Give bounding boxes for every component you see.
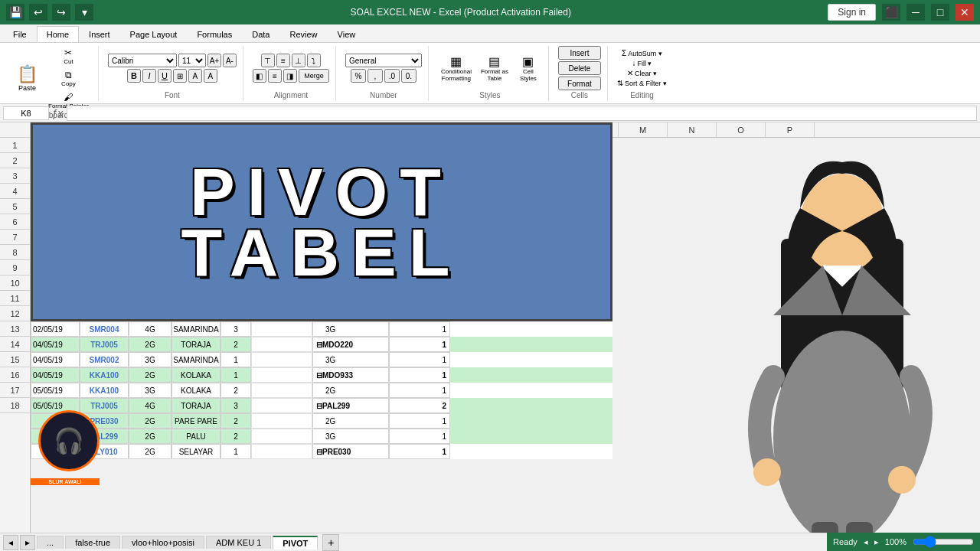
cell-r13-spacer[interactable] [251, 337, 312, 352]
cell-r16-alaram[interactable]: 3G [129, 383, 172, 398]
cell-r17-rtpo[interactable]: TORAJA [172, 398, 220, 413]
cell-r20-class[interactable]: 1 [220, 444, 251, 459]
tab-data[interactable]: Data [242, 26, 279, 42]
pivot-r18-count[interactable]: 1 [389, 413, 450, 429]
cell-r14-alaram[interactable]: 3G [129, 352, 172, 367]
cell-r18-rtpo[interactable]: PARE PARE [172, 413, 220, 429]
scroll-tabs-right-btn[interactable]: ▸ [20, 535, 35, 550]
cell-r12-alaram[interactable]: 4G [129, 321, 172, 337]
minimize-btn[interactable]: ─ [906, 4, 925, 21]
wrap-text-btn[interactable]: ⤵ [307, 54, 321, 67]
increase-font-btn[interactable]: A+ [207, 54, 221, 67]
cell-r18-class[interactable]: 2 [220, 413, 251, 429]
cell-r16-rtpo[interactable]: KOLAKA [172, 383, 220, 398]
pivot-r13-count[interactable]: 1 [389, 337, 450, 352]
copy-btn[interactable]: ⧉Copy [45, 68, 92, 89]
border-btn[interactable]: ⊞ [173, 69, 187, 83]
cell-styles-btn[interactable]: ▣ CellStyles [514, 53, 542, 84]
pivot-r13-label[interactable]: ⊟MDO220 [312, 337, 389, 352]
pivot-r17-label[interactable]: ⊟PAL299 [312, 398, 389, 413]
tab-review[interactable]: Review [279, 26, 327, 42]
cell-r14-tanggal[interactable]: 04/05/19 [31, 352, 80, 367]
cell-r16-site[interactable]: KKA100 [80, 383, 129, 398]
cell-r18-spacer[interactable] [251, 413, 312, 429]
cell-r17-class[interactable]: 3 [220, 398, 251, 413]
percent-btn[interactable]: % [351, 69, 366, 83]
cell-r20-alaram[interactable]: 2G [129, 444, 172, 459]
pivot-r12-label[interactable]: 3G [312, 321, 389, 337]
cell-r19-alaram[interactable]: 2G [129, 429, 172, 444]
pivot-r17-count[interactable]: 2 [389, 398, 450, 413]
add-sheet-btn[interactable]: + [322, 534, 339, 551]
font-size-select[interactable]: 11 [178, 54, 206, 67]
decrease-font-btn[interactable]: A- [223, 54, 237, 67]
cell-r15-spacer[interactable] [251, 367, 312, 383]
cell-r16-spacer[interactable] [251, 383, 312, 398]
tab-false-true[interactable]: false-true [65, 536, 120, 549]
cell-r14-class[interactable]: 1 [220, 352, 251, 367]
cell-r20-rtpo[interactable]: SELAYAR [172, 444, 220, 459]
align-left-btn[interactable]: ◧ [253, 69, 266, 83]
cell-r18-alaram[interactable]: 2G [129, 413, 172, 429]
cell-r15-rtpo[interactable]: KOLAKA [172, 367, 220, 383]
format-cells-btn[interactable]: Format [558, 77, 601, 90]
tab-pagelayout[interactable]: Page Layout [120, 26, 188, 42]
cell-r19-class[interactable]: 2 [220, 429, 251, 444]
zoom-slider[interactable] [913, 536, 974, 548]
bold-btn[interactable]: B [127, 69, 141, 83]
cell-reference-input[interactable] [3, 106, 49, 120]
cell-r15-class[interactable]: 1 [220, 367, 251, 383]
pivot-r19-label[interactable]: 3G [312, 429, 389, 444]
decrease-decimal-btn[interactable]: 0. [401, 69, 416, 83]
scroll-tabs-left-btn[interactable]: ◂ [3, 535, 18, 550]
align-bottom-btn[interactable]: ⊥ [292, 54, 305, 67]
close-btn[interactable]: ✕ [956, 4, 974, 21]
cell-r12-class[interactable]: 3 [220, 321, 251, 337]
delete-cells-btn[interactable]: Delete [558, 61, 601, 75]
pivot-r20-label[interactable]: ⊟PRE030 [312, 444, 389, 459]
align-right-btn[interactable]: ◨ [283, 69, 297, 83]
tab-insert[interactable]: Insert [79, 26, 120, 42]
pivot-r15-label[interactable]: ⊟MDO933 [312, 367, 389, 383]
cell-r17-site[interactable]: TRJ005 [80, 398, 129, 413]
cell-r14-spacer[interactable] [251, 352, 312, 367]
merge-center-btn[interactable]: Merge [299, 69, 329, 83]
redo-btn[interactable]: ↪ [52, 4, 70, 21]
align-top-btn[interactable]: ⊤ [261, 54, 275, 67]
cell-r15-alaram[interactable]: 2G [129, 367, 172, 383]
pivot-r18-label[interactable]: 2G [312, 413, 389, 429]
cell-r17-spacer[interactable] [251, 398, 312, 413]
align-middle-btn[interactable]: ≡ [276, 54, 290, 67]
cell-r20-spacer[interactable] [251, 444, 312, 459]
cell-r12-site[interactable]: SMR004 [80, 321, 129, 337]
conditional-formatting-btn[interactable]: ▦ ConditionalFormatting [438, 53, 475, 84]
cell-r19-rtpo[interactable]: PALU [172, 429, 220, 444]
tab-file[interactable]: File [3, 26, 37, 42]
tab-formulas[interactable]: Formulas [187, 26, 242, 42]
cell-r14-site[interactable]: SMR002 [80, 352, 129, 367]
tab-view[interactable]: View [328, 26, 366, 42]
cell-r19-spacer[interactable] [251, 429, 312, 444]
maximize-btn[interactable]: □ [931, 4, 949, 21]
cell-r13-rtpo[interactable]: TORAJA [172, 337, 220, 352]
pivot-r14-label[interactable]: 3G [312, 352, 389, 367]
align-center-btn[interactable]: ≡ [268, 69, 282, 83]
tab-pivot[interactable]: PIVOT [273, 536, 318, 549]
cell-r13-site[interactable]: TRJ005 [80, 337, 129, 352]
tab-home[interactable]: Home [37, 26, 79, 42]
pivot-r16-label[interactable]: 2G [312, 383, 389, 398]
increase-decimal-btn[interactable]: .0 [384, 69, 400, 83]
pivot-r15-count[interactable]: 1 [389, 367, 450, 383]
pivot-r14-count[interactable]: 1 [389, 352, 450, 367]
insert-cells-btn[interactable]: Insert [558, 46, 601, 60]
cell-r12-spacer[interactable] [251, 321, 312, 337]
cell-r17-alaram[interactable]: 4G [129, 398, 172, 413]
font-color-btn[interactable]: A [204, 69, 217, 83]
cell-r13-tanggal[interactable]: 04/05/19 [31, 337, 80, 352]
fill-color-btn[interactable]: A [188, 69, 202, 83]
format-as-table-btn[interactable]: ▤ Format asTable [478, 53, 511, 84]
cell-r13-class[interactable]: 2 [220, 337, 251, 352]
cell-r16-tanggal[interactable]: 05/05/19 [31, 383, 80, 398]
cut-btn[interactable]: ✂Cut [45, 46, 92, 67]
tab-vloo[interactable]: vloo+hloo+posisi [122, 536, 204, 549]
